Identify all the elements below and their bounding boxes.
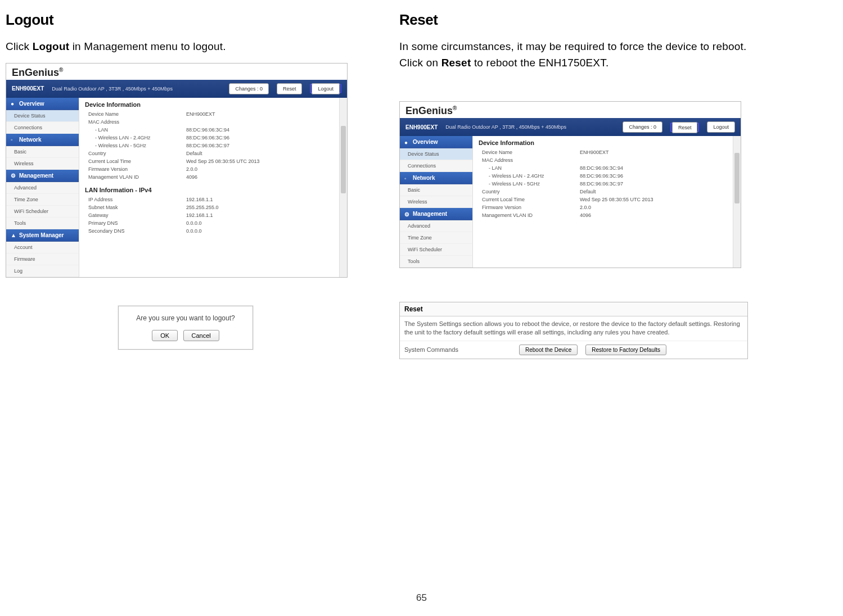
- info-value: 255.255.255.0: [186, 205, 341, 210]
- sidebar-item-label: System Manager: [19, 232, 64, 238]
- info-row: Firmware Version2.0.0: [85, 165, 341, 173]
- model-bar: ENH900EXT Dual Radio Outdoor AP , 3T3R ,…: [400, 118, 741, 136]
- sidebar-item-tools[interactable]: Tools: [400, 256, 472, 268]
- sidebar-management[interactable]: ⚙ Management: [400, 208, 472, 220]
- sidebar-network[interactable]: ◦ Network: [400, 172, 472, 184]
- info-row: - LAN88:DC:96:06:3C:94: [479, 164, 735, 172]
- sidebar-management[interactable]: ⚙ Management: [6, 170, 79, 182]
- sidebar-item-basic[interactable]: Basic: [6, 146, 79, 158]
- sidebar-item-timezone[interactable]: Time Zone: [6, 194, 79, 206]
- sidebar: ● Overview Device Status Connections ◦ N…: [6, 98, 79, 277]
- brand-bar: EnGenius®: [6, 64, 347, 80]
- scroll-thumb[interactable]: [341, 126, 346, 193]
- info-row: Device NameENH900EXT: [479, 148, 735, 156]
- sidebar-item-connections[interactable]: Connections: [6, 122, 79, 134]
- ok-button[interactable]: OK: [152, 330, 178, 341]
- sidebar-item-firmware[interactable]: Firmware: [6, 253, 79, 265]
- sidebar-item-device-status[interactable]: Device Status: [6, 110, 79, 122]
- info-label: - Wireless LAN - 2.4GHz: [479, 173, 580, 179]
- info-row: - Wireless LAN - 2.4GHz88:DC:96:06:3C:96: [85, 134, 341, 142]
- logout-button[interactable]: Logout: [312, 83, 340, 94]
- info-label: - Wireless LAN - 2.4GHz: [85, 135, 186, 141]
- info-row: - Wireless LAN - 5GHz88:DC:96:06:3C:97: [479, 180, 735, 188]
- scrollbar[interactable]: [733, 136, 741, 268]
- info-row: Management VLAN ID4096: [479, 211, 735, 219]
- info-value: Wed Sep 25 08:30:55 UTC 2013: [186, 158, 341, 164]
- model-desc: Dual Radio Outdoor AP , 3T3R , 450Mbps +…: [445, 124, 566, 130]
- info-row: CountryDefault: [85, 150, 341, 157]
- info-value: 4096: [580, 212, 735, 218]
- info-label: - Wireless LAN - 5GHz: [479, 181, 580, 187]
- lan-info-title: LAN Information - IPv4: [85, 187, 341, 193]
- sidebar-overview[interactable]: ● Overview: [400, 136, 472, 148]
- info-icon: ●: [11, 101, 16, 106]
- sidebar-item-log[interactable]: Log: [6, 265, 79, 277]
- info-value: Default: [186, 151, 341, 156]
- device-info-title: Device Information: [85, 101, 341, 108]
- sidebar-item-account[interactable]: Account: [6, 242, 79, 253]
- info-value: 88:DC:96:06:3C:97: [186, 143, 341, 148]
- info-value: 2.0.0: [186, 166, 341, 172]
- sidebar-item-device-status[interactable]: Device Status: [400, 148, 472, 160]
- info-label: Secondary DNS: [85, 228, 186, 234]
- person-icon: ▲: [11, 232, 16, 238]
- info-label: Country: [85, 151, 186, 156]
- sidebar-item-advanced[interactable]: Advanced: [400, 220, 472, 232]
- sidebar-overview[interactable]: ● Overview: [6, 98, 79, 110]
- info-label: Firmware Version: [479, 205, 580, 210]
- sidebar-item-label: Overview: [19, 101, 44, 107]
- text-bold: Logout: [33, 40, 70, 52]
- model-name: ENH900EXT: [12, 85, 44, 92]
- sidebar-sysmanager[interactable]: ▲ System Manager: [6, 229, 79, 242]
- sidebar-item-wifisched[interactable]: WiFi Scheduler: [400, 244, 472, 256]
- scrollbar[interactable]: [339, 98, 347, 277]
- sidebar-network[interactable]: ◦ Network: [6, 134, 79, 146]
- info-row: MAC Address: [85, 118, 341, 126]
- info-label: Current Local Time: [85, 158, 186, 164]
- info-row: Secondary DNS0.0.0.0: [85, 227, 341, 235]
- info-row: Current Local TimeWed Sep 25 08:30:55 UT…: [85, 157, 341, 165]
- logout-text: Click Logout in Management menu to logou…: [6, 39, 366, 55]
- restore-defaults-button[interactable]: Restore to Factory Defaults: [585, 345, 666, 355]
- changes-button[interactable]: Changes : 0: [623, 121, 662, 133]
- model-bar: ENH900EXT Dual Radio Outdoor AP , 3T3R ,…: [6, 80, 347, 98]
- reset-section: Reset In some circumstances, it may be r…: [399, 11, 759, 359]
- content-pane: Device Information Device NameENH900EXTM…: [79, 98, 347, 277]
- sidebar-item-advanced[interactable]: Advanced: [6, 182, 79, 194]
- cancel-button[interactable]: Cancel: [183, 330, 219, 341]
- text-bold: Reset: [441, 57, 471, 69]
- sidebar-item-basic[interactable]: Basic: [400, 184, 472, 196]
- info-icon: ●: [404, 139, 410, 145]
- info-value: 88:DC:96:06:3C:97: [580, 181, 735, 187]
- info-row: Firmware Version2.0.0: [479, 203, 735, 211]
- reset-heading: Reset: [399, 11, 759, 29]
- text-fragment: in Management menu to logout.: [69, 40, 226, 52]
- sidebar-item-wireless[interactable]: Wireless: [400, 196, 472, 208]
- sidebar-item-wifisched[interactable]: WiFi Scheduler: [6, 206, 79, 218]
- scroll-thumb[interactable]: [734, 153, 740, 203]
- reboot-button[interactable]: Reboot the Device: [519, 345, 578, 355]
- info-value: [186, 119, 341, 125]
- confirm-message: Are you sure you want to logout?: [124, 314, 247, 322]
- sidebar-item-connections[interactable]: Connections: [400, 160, 472, 172]
- info-row: Subnet Mask255.255.255.0: [85, 203, 341, 211]
- reset-text: In some circumstances, it may be require…: [399, 39, 759, 71]
- info-row: Gateway192.168.1.1: [85, 211, 341, 219]
- info-label: - LAN: [479, 165, 580, 171]
- sidebar-item-tools[interactable]: Tools: [6, 218, 79, 229]
- changes-button[interactable]: Changes : 0: [229, 83, 269, 94]
- content-pane: Device Information Device NameENH900EXTM…: [473, 136, 741, 268]
- sidebar-item-label: Management: [413, 211, 447, 217]
- reset-button-top[interactable]: Reset: [277, 83, 303, 94]
- sidebar-item-wireless[interactable]: Wireless: [6, 158, 79, 170]
- brand-bar: EnGenius®: [400, 102, 741, 118]
- brand-name: EnGenius: [405, 105, 453, 116]
- reset-highlight: Reset: [670, 123, 700, 132]
- reset-button-top[interactable]: Reset: [672, 122, 698, 133]
- sidebar-item-label: Network: [413, 175, 435, 181]
- info-list-1: Device NameENH900EXTMAC Address- LAN88:D…: [479, 148, 735, 219]
- sidebar-item-label: Overview: [413, 139, 438, 145]
- sidebar-item-timezone[interactable]: Time Zone: [400, 232, 472, 244]
- logout-button[interactable]: Logout: [707, 121, 735, 133]
- page-number: 65: [416, 592, 427, 604]
